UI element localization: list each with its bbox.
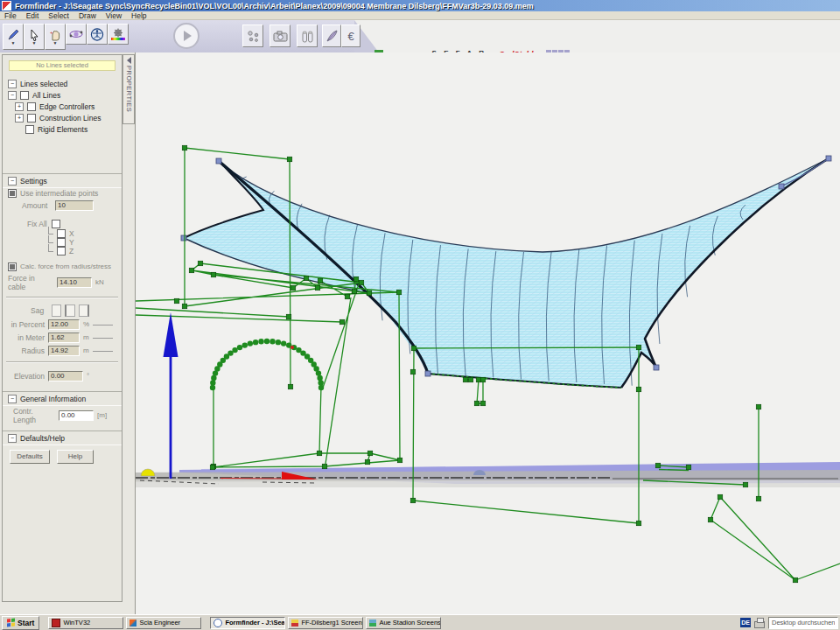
play-button[interactable] <box>173 23 200 49</box>
feather-tool-button[interactable] <box>322 24 341 47</box>
fix-x-row: X <box>3 229 122 238</box>
fix-x-checkbox[interactable] <box>57 229 66 238</box>
cursor-icon <box>28 29 40 41</box>
select-tool-button[interactable]: ▼ <box>24 24 45 50</box>
fix-y-checkbox[interactable] <box>57 238 66 247</box>
force-in-cable-input[interactable] <box>57 277 92 288</box>
scia-icon <box>130 620 136 626</box>
wintv-icon <box>52 619 60 627</box>
taskbar-item-formfinder[interactable]: Formfinder - J:\Seaga... <box>210 617 285 629</box>
collapse-icon[interactable]: − <box>8 177 17 186</box>
formfinder-icon <box>214 619 222 627</box>
grab-tool-button[interactable]: + ▼ <box>45 24 66 50</box>
sag-shape-button-1[interactable] <box>52 304 61 317</box>
fix-all-row: Fix All <box>3 218 122 229</box>
pencil-icon <box>7 29 19 41</box>
collapse-arrow-icon <box>127 57 131 64</box>
general-info-header[interactable]: − General Information <box>3 391 122 405</box>
menu-file[interactable]: File <box>4 11 17 20</box>
language-indicator[interactable]: DE <box>740 618 751 627</box>
use-intermediate-checkbox[interactable] <box>8 189 17 198</box>
yellow-origin-marker <box>141 469 155 476</box>
taskbar-item-scia[interactable]: Scia Engineer <box>126 617 201 629</box>
force-row: Force in cable kN <box>3 272 122 292</box>
human-scale-tool-button[interactable] <box>87 24 108 45</box>
sag-radius-row: Radius m <box>3 344 122 357</box>
printer-tray-icon[interactable] <box>753 618 766 627</box>
render-settings-tool-button[interactable] <box>108 24 129 45</box>
calc-force-checkbox[interactable] <box>8 262 17 271</box>
defaults-help-header[interactable]: − Defaults/Help <box>3 430 122 444</box>
x-axis-line <box>220 479 282 480</box>
properties-strip: PROPERTIES <box>122 52 134 614</box>
menu-help[interactable]: Help <box>131 11 146 20</box>
collapse-icon[interactable]: − <box>8 91 17 100</box>
sag-percent-input[interactable] <box>48 319 80 330</box>
amount-input[interactable] <box>55 200 94 211</box>
expand-icon[interactable]: + <box>15 114 24 122</box>
taskbar-item-wintv32[interactable]: WinTV32 <box>48 617 123 629</box>
play-icon <box>184 31 192 41</box>
window-title: Formfinder - J:\Seagate Sync\SyncRecycle… <box>15 2 534 10</box>
system-tray: DE <box>740 617 838 629</box>
dotted-arch <box>210 339 324 390</box>
collapse-icon[interactable]: − <box>8 395 17 403</box>
orbit-tool-button[interactable] <box>66 24 87 45</box>
use-intermediate-row: Use intermediate points <box>3 187 122 199</box>
sag-shape-button-2[interactable] <box>65 304 75 317</box>
rigid-elements-checkbox[interactable] <box>25 125 34 134</box>
start-button[interactable]: Start <box>2 616 39 630</box>
settings-section-header[interactable]: − Settings <box>3 173 122 187</box>
viewport-3d[interactable] <box>136 52 840 614</box>
construction-lines-checkbox[interactable] <box>27 114 36 122</box>
contr-length-input[interactable] <box>59 410 94 421</box>
fabric-rolls-icon <box>301 30 314 43</box>
defaults-button[interactable]: Defaults <box>10 450 50 464</box>
expand-icon[interactable]: + <box>15 102 24 111</box>
collapse-icon[interactable]: − <box>8 434 17 443</box>
menu-select[interactable]: Select <box>48 11 69 20</box>
tree-item-edge-controllers[interactable]: + Edge Controllers <box>3 101 122 112</box>
menu-edit[interactable]: Edit <box>26 11 39 20</box>
sag-shape-button-3[interactable] <box>79 304 89 317</box>
toolbar: ▼ ▼ + ▼ <box>0 20 840 52</box>
fix-z-checkbox[interactable] <box>57 247 66 256</box>
title-bar: Formfinder - J:\Seagate Sync\SyncRecycle… <box>0 0 840 11</box>
tree-item-rigid-elements[interactable]: Rigid Elements <box>3 123 122 135</box>
tree-root[interactable]: − Lines selected <box>3 78 122 89</box>
all-lines-checkbox[interactable] <box>20 91 29 100</box>
elevation-input[interactable] <box>48 371 83 382</box>
fix-y-row: Y <box>3 238 122 247</box>
tree-item-construction-lines[interactable]: + Construction Lines <box>3 112 122 123</box>
ground <box>136 462 840 487</box>
properties-sidebar: No Lines selected − Lines selected − All… <box>0 52 136 614</box>
screenshot-icon <box>291 620 298 626</box>
points-tool-button[interactable] <box>242 24 263 47</box>
dropdown-arrow-icon: ▼ <box>32 41 37 45</box>
pencil-tool-button[interactable]: ▼ <box>3 24 24 50</box>
help-button[interactable]: Help <box>57 450 94 464</box>
edge-controllers-checkbox[interactable] <box>27 102 36 111</box>
sag-meter-input[interactable] <box>48 332 80 343</box>
menu-draw[interactable]: Draw <box>79 11 96 20</box>
feather-icon <box>326 30 339 43</box>
app-icon <box>2 1 11 10</box>
contr-length-row: Contr. Length [m] <box>3 405 122 425</box>
taskbar-item-aue-stadion[interactable]: Aue Stadion Screenshot ... <box>366 617 441 629</box>
tree-item-all-lines[interactable]: − All Lines <box>3 89 122 101</box>
menu-bar: File Edit Select Draw View Help <box>0 11 840 20</box>
taskbar-item-ff-dilsberg1[interactable]: FF-Dilsberg1 Screenshot ... <box>288 617 363 629</box>
camera-tool-button[interactable] <box>270 24 290 47</box>
calc-force-row: Calc. force from radius/stress <box>3 261 122 272</box>
screenshot-icon <box>369 620 376 626</box>
menu-view[interactable]: View <box>106 11 122 20</box>
sag-radius-input[interactable] <box>48 346 80 356</box>
material-rolls-tool-button[interactable] <box>297 24 318 47</box>
sag-meter-row: in Meter m <box>3 331 122 344</box>
sag-row: Sag <box>3 303 122 318</box>
properties-tab[interactable]: PROPERTIES <box>122 54 135 124</box>
cost-tool-button[interactable]: € <box>341 24 360 47</box>
windows-flag-icon <box>7 619 15 627</box>
collapse-icon[interactable]: − <box>8 80 17 88</box>
desktop-search-input[interactable] <box>768 617 838 629</box>
